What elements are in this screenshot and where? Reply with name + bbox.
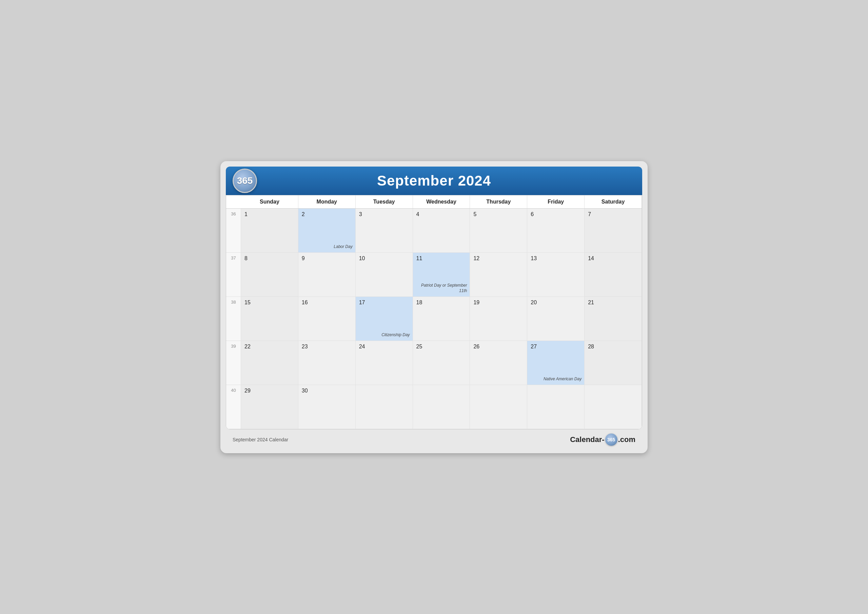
holiday-label: Citizenship Day (381, 333, 409, 338)
day-number: 30 (302, 388, 352, 394)
logo-badge: 365 (232, 169, 257, 193)
day-cell-8: 8 (241, 253, 298, 297)
brand-text-pre: Calendar- (570, 435, 604, 444)
day-cell-1: 1 (241, 208, 298, 253)
day-cell-18: 18 (413, 297, 470, 341)
day-number: 22 (245, 344, 294, 350)
brand-365-badge: 365 (605, 434, 617, 446)
day-number: 9 (302, 255, 352, 261)
day-cell-11: 11Patriot Day or September 11th (413, 253, 470, 297)
day-cell-29: 29 (241, 385, 298, 429)
dow-header-row: Sunday Monday Tuesday Wednesday Thursday… (226, 195, 642, 208)
day-cell-15: 15 (241, 297, 298, 341)
day-cell-16: 16 (298, 297, 356, 341)
day-number: 21 (588, 300, 638, 306)
day-cell-22: 22 (241, 341, 298, 385)
day-cell-3: 3 (356, 208, 413, 253)
day-cell-26: 26 (470, 341, 527, 385)
day-cell-9: 9 (298, 253, 356, 297)
day-number: 26 (473, 344, 524, 350)
day-cell-14: 14 (584, 253, 642, 297)
day-number: 5 (473, 211, 524, 218)
day-cell-25: 25 (413, 341, 470, 385)
day-cell-empty (413, 385, 470, 429)
day-number: 11 (416, 255, 467, 261)
week-number-40: 40 (226, 385, 241, 429)
day-cell-5: 5 (470, 208, 527, 253)
holiday-label: Native American Day (544, 376, 581, 382)
day-cell-17: 17Citizenship Day (356, 297, 413, 341)
week-number-37: 37 (226, 253, 241, 297)
day-number: 4 (416, 211, 467, 218)
calendar-header: 365 September 2024 (226, 166, 642, 195)
day-number: 14 (588, 255, 638, 261)
day-number: 29 (245, 388, 294, 394)
day-number: 6 (531, 211, 581, 218)
day-number: 19 (473, 300, 524, 306)
day-number: 3 (359, 211, 409, 218)
week-number-38: 38 (226, 297, 241, 341)
day-number: 16 (302, 300, 352, 306)
day-number: 25 (416, 344, 467, 350)
day-cell-7: 7 (584, 208, 642, 253)
day-number: 28 (588, 344, 638, 350)
calendar-container: Sunday Monday Tuesday Wednesday Thursday… (226, 195, 642, 429)
day-number: 12 (473, 255, 524, 261)
brand-text-post: .com (618, 435, 636, 444)
day-cell-21: 21 (584, 297, 642, 341)
week-number-39: 39 (226, 341, 241, 385)
calendar-title: September 2024 (377, 173, 491, 189)
day-number: 24 (359, 344, 409, 350)
day-cell-empty (356, 385, 413, 429)
day-cell-27: 27Native American Day (527, 341, 584, 385)
day-cell-13: 13 (527, 253, 584, 297)
dow-friday: Friday (527, 195, 584, 208)
day-number: 20 (531, 300, 581, 306)
day-cell-12: 12 (470, 253, 527, 297)
holiday-label: Labor Day (334, 244, 352, 250)
day-cell-empty (527, 385, 584, 429)
footer-brand: Calendar- 365 .com (570, 434, 636, 446)
day-number: 23 (302, 344, 352, 350)
day-number: 8 (245, 255, 294, 261)
footer-caption: September 2024 Calendar (232, 437, 288, 442)
dow-sunday: Sunday (241, 195, 298, 208)
day-cell-20: 20 (527, 297, 584, 341)
dow-saturday: Saturday (584, 195, 642, 208)
week-number-36: 36 (226, 208, 241, 253)
day-number: 10 (359, 255, 409, 261)
day-cell-4: 4 (413, 208, 470, 253)
day-cell-10: 10 (356, 253, 413, 297)
day-number: 27 (531, 344, 581, 350)
day-cell-empty (470, 385, 527, 429)
day-cell-6: 6 (527, 208, 584, 253)
day-number: 2 (302, 211, 352, 218)
day-number: 15 (245, 300, 294, 306)
week-num-header (226, 195, 241, 208)
dow-thursday: Thursday (470, 195, 527, 208)
day-number: 7 (588, 211, 638, 218)
calendar-footer: September 2024 Calendar Calendar- 365 .c… (226, 429, 642, 448)
day-cell-24: 24 (356, 341, 413, 385)
day-cell-23: 23 (298, 341, 356, 385)
day-cell-19: 19 (470, 297, 527, 341)
calendar-grid: 3612Labor Day3456737891011Patriot Day or… (226, 208, 642, 429)
dow-tuesday: Tuesday (356, 195, 413, 208)
day-number: 17 (359, 300, 409, 306)
calendar-page: 365 September 2024 Sunday Monday Tuesday… (220, 161, 648, 453)
day-number: 1 (245, 211, 294, 218)
day-cell-28: 28 (584, 341, 642, 385)
holiday-label: Patriot Day or September 11th (413, 283, 467, 294)
dow-wednesday: Wednesday (413, 195, 470, 208)
day-cell-2: 2Labor Day (298, 208, 356, 253)
day-cell-30: 30 (298, 385, 356, 429)
day-number: 13 (531, 255, 581, 261)
dow-monday: Monday (298, 195, 356, 208)
day-cell-empty (584, 385, 642, 429)
day-number: 18 (416, 300, 467, 306)
